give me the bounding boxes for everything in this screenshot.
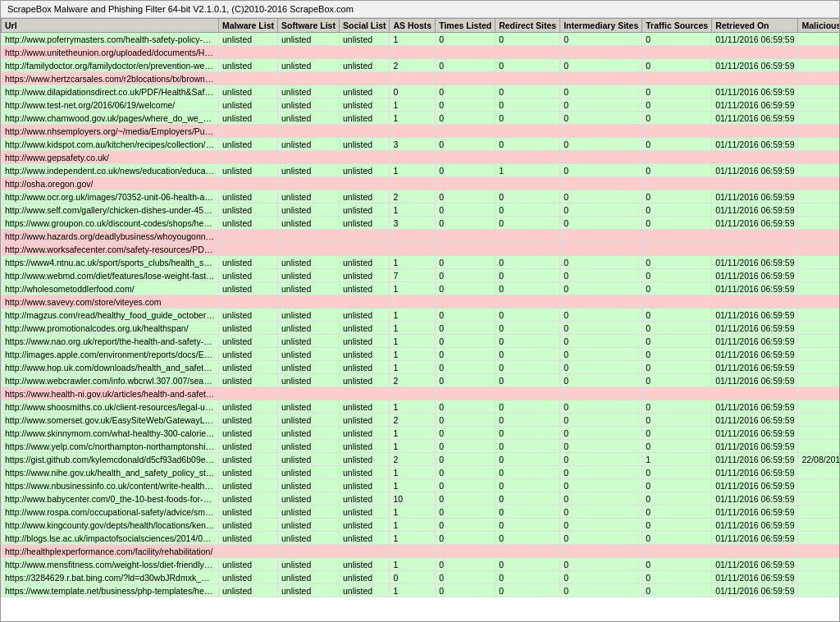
col-header-as-hosts[interactable]: AS Hosts <box>390 19 436 33</box>
table-row[interactable]: http://www.promotionalcodes.org.uk/healt… <box>2 322 840 335</box>
cell-software-list: unlisted <box>278 414 340 427</box>
cell-malware-list: unlisted <box>219 138 278 151</box>
table-row[interactable]: http://www.mensfitness.com/weight-loss/d… <box>2 558 840 571</box>
col-header-url[interactable]: Url <box>2 19 219 33</box>
col-header-malware[interactable]: Malware List <box>219 19 278 33</box>
cell-retrieved-on: 01/11/2016 06:59:59 <box>712 558 798 571</box>
table-row[interactable]: http://www.unitetheunion.org/uploaded/do… <box>2 46 840 59</box>
col-header-retrieved[interactable]: Retrieved On <box>712 19 798 33</box>
table-row[interactable]: http://www.webmd.com/diet/features/lose-… <box>2 269 840 282</box>
table-row[interactable]: http://www.babycenter.com/0_the-10-best-… <box>2 492 840 505</box>
cell-url: http://www.skinnymom.com/what-healthy-30… <box>2 427 219 440</box>
table-row[interactable]: https://www.hertzcarsales.com/r2blocatio… <box>2 72 840 85</box>
table-row[interactable]: http://www.webcrawler.com/info.wbcrwl.30… <box>2 374 840 387</box>
cell-intermediary-sites <box>560 295 642 309</box>
table-row[interactable]: http://familydoctor.org/familydoctor/en/… <box>2 59 840 72</box>
cell-times-listed: 0 <box>436 59 495 72</box>
cell-malware-list: unlisted <box>219 558 278 571</box>
cell-times-listed: 0 <box>436 558 495 571</box>
table-row[interactable]: http://www.hazards.org/deadlybusiness/wh… <box>2 230 840 243</box>
table-row[interactable]: http://magzus.com/read/healthy_food_guid… <box>2 309 840 322</box>
cell-redirect-sites: 0 <box>495 204 560 217</box>
table-row[interactable]: https://gist.github.com/kylemcdonald/d5c… <box>2 453 840 466</box>
table-row[interactable]: http://www.poferrymasters.com/health-saf… <box>2 33 840 46</box>
table-row[interactable]: https://www.nao.org.uk/report/the-health… <box>2 335 840 348</box>
cell-as-hosts: 0 <box>390 571 436 584</box>
table-row[interactable]: https://www.health-ni.gov.uk/articles/he… <box>2 387 840 400</box>
col-header-intermediary[interactable]: Intermediary Sites <box>560 19 642 33</box>
cell-malware-list <box>219 230 278 243</box>
table-row[interactable]: https://www.groupon.co.uk/discount-codes… <box>2 217 840 230</box>
cell-intermediary-sites: 0 <box>560 361 642 374</box>
cell-as-hosts: 1 <box>390 256 436 269</box>
table-row[interactable]: https://www.nihe.gov.uk/health_and_safet… <box>2 466 840 479</box>
table-row[interactable]: https://www.nbusinessinfo.co.uk/content/… <box>2 479 840 492</box>
cell-redirect-sites: 1 <box>495 164 560 177</box>
table-row[interactable]: http://www.test-net.org/2016/06/19/welco… <box>2 98 840 112</box>
cell-traffic-sources: 0 <box>642 492 712 505</box>
table-row[interactable]: http://www.shoosmiths.co.uk/client-resou… <box>2 400 840 414</box>
cell-times-listed: 0 <box>436 322 495 335</box>
table-row[interactable]: http://www.charnwood.gov.uk/pages/where_… <box>2 112 840 125</box>
cell-traffic-sources: 0 <box>642 479 712 492</box>
table-row[interactable]: https://www.template.net/business/php-te… <box>2 584 840 597</box>
table-row[interactable]: http://www.ocr.org.uk/images/70352-unit-… <box>2 190 840 204</box>
col-header-malicious[interactable]: Malicious Date <box>798 19 839 33</box>
cell-retrieved-on <box>712 125 798 138</box>
table-row[interactable]: http://wholesometoddlerfood.com/unlisted… <box>2 282 840 295</box>
table-row[interactable]: http://healthplexperformance.com/facilit… <box>2 545 840 558</box>
table-row[interactable]: http://www.hop.uk.com/downloads/health_a… <box>2 361 840 374</box>
cell-times-listed <box>436 387 495 400</box>
cell-url: http://familydoctor.org/familydoctor/en/… <box>2 59 219 72</box>
cell-traffic-sources: 0 <box>642 164 712 177</box>
table-row[interactable]: http://www.independent.co.uk/news/educat… <box>2 164 840 177</box>
table-row[interactable]: http://blogs.lse.ac.uk/impactofsocialsci… <box>2 532 840 545</box>
table-row[interactable]: http://images.apple.com/environment/repo… <box>2 348 840 361</box>
cell-retrieved-on <box>712 243 798 256</box>
cell-retrieved-on: 01/11/2016 06:59:59 <box>712 466 798 479</box>
cell-retrieved-on: 01/11/2016 06:59:59 <box>712 374 798 387</box>
table-row[interactable]: https://www4.ntnu.ac.uk/sport/sports_clu… <box>2 256 840 269</box>
cell-intermediary-sites <box>560 125 642 138</box>
table-container[interactable]: Url Malware List Software List Social Li… <box>1 18 839 621</box>
col-header-software[interactable]: Software List <box>278 19 340 33</box>
cell-url: http://www.babycenter.com/0_the-10-best-… <box>2 492 219 505</box>
cell-url: http://www.mensfitness.com/weight-loss/d… <box>2 558 219 571</box>
cell-social-list: unlisted <box>339 190 390 204</box>
table-row[interactable]: http://www.dilapidationsdirect.co.uk/PDF… <box>2 85 840 98</box>
table-row[interactable]: http://www.savevy.com/store/viteyes.com <box>2 295 840 309</box>
cell-traffic-sources: 0 <box>642 361 712 374</box>
cell-malware-list: unlisted <box>219 453 278 466</box>
cell-redirect-sites: 0 <box>495 466 560 479</box>
cell-times-listed: 0 <box>436 190 495 204</box>
table-row[interactable]: http://www.gepsafety.co.uk/ <box>2 151 840 164</box>
cell-social-list: unlisted <box>339 466 390 479</box>
col-header-social[interactable]: Social List <box>339 19 390 33</box>
cell-intermediary-sites: 0 <box>560 335 642 348</box>
table-row[interactable]: http://www.self.com/gallery/chicken-dish… <box>2 204 840 217</box>
cell-retrieved-on <box>712 295 798 309</box>
table-row[interactable]: http://osha.oregon.gov/ <box>2 177 840 190</box>
col-header-redirect[interactable]: Redirect Sites <box>495 19 560 33</box>
cell-software-list: unlisted <box>278 335 340 348</box>
table-row[interactable]: http://www.skinnymom.com/what-healthy-30… <box>2 427 840 440</box>
col-header-traffic[interactable]: Traffic Sources <box>642 19 712 33</box>
col-header-times[interactable]: Times Listed <box>436 19 495 33</box>
cell-software-list: unlisted <box>278 309 340 322</box>
cell-social-list <box>339 72 390 85</box>
table-row[interactable]: http://www.kidspot.com.au/kitchen/recipe… <box>2 138 840 151</box>
cell-retrieved-on <box>712 230 798 243</box>
cell-social-list: unlisted <box>339 571 390 584</box>
cell-software-list: unlisted <box>278 361 340 374</box>
cell-times-listed: 0 <box>436 571 495 584</box>
cell-as-hosts <box>390 177 436 190</box>
table-row[interactable]: http://www.nhsemployers.org/~/media/Empl… <box>2 125 840 138</box>
table-row[interactable]: http://www.kingcounty.gov/depts/health/l… <box>2 519 840 532</box>
table-row[interactable]: http://www.somerset.gov.uk/EasySiteWeb/G… <box>2 414 840 427</box>
table-row[interactable]: https://3284629.r.bat.bing.com/?ld=d30wb… <box>2 571 840 584</box>
table-row[interactable]: http://www.worksafecenter.com/safety-res… <box>2 243 840 256</box>
table-row[interactable]: https://www.yelp.com/c/northampton-north… <box>2 440 840 453</box>
cell-software-list: unlisted <box>278 138 340 151</box>
cell-malicious-date <box>798 217 839 230</box>
table-row[interactable]: http://www.rospa.com/occupational-safety… <box>2 505 840 519</box>
